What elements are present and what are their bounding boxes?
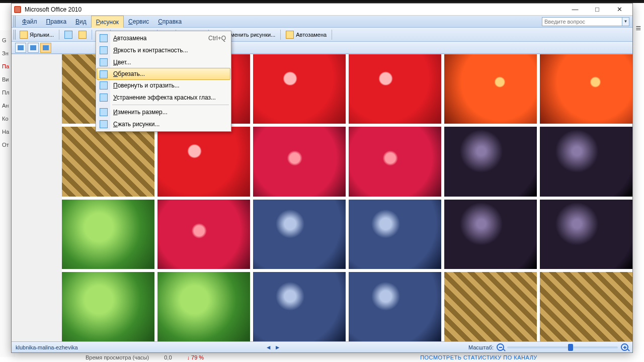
menu-item[interactable]: АвтозаменаCtrl+Q xyxy=(97,32,230,44)
image-tile xyxy=(253,200,346,269)
menu-сервис[interactable]: Сервис xyxy=(124,16,153,27)
menu-справка[interactable]: Справка xyxy=(153,16,186,27)
image-tile xyxy=(62,127,154,196)
toolbar-separator xyxy=(280,30,281,40)
image-tile xyxy=(253,272,346,341)
menu-item-label: Автозамена xyxy=(113,35,146,42)
menu-item[interactable]: Сжать рисунки... xyxy=(97,118,230,130)
image-tile xyxy=(540,272,632,341)
menu-item[interactable]: Повернуть и отразить... xyxy=(97,79,230,92)
mail-icon xyxy=(78,31,87,39)
autoreplace-button[interactable]: Автозамена xyxy=(283,29,329,40)
image-tile xyxy=(540,127,632,196)
menu-item-label: Сжать рисунки... xyxy=(113,121,159,128)
dropdown-separator xyxy=(112,105,229,105)
image-tile xyxy=(444,54,537,124)
bg-stats-link[interactable]: ПОСМОТРЕТЬ СТАТИСТИКУ ПО КАНАЛУ xyxy=(420,354,537,360)
zoom-slider-knob[interactable] xyxy=(568,344,573,351)
menu-item[interactable]: Устранение эффекта красных глаз... xyxy=(97,92,230,104)
minimize-button[interactable]: — xyxy=(564,4,586,15)
image-tile xyxy=(253,127,346,196)
title-bar[interactable]: Microsoft Office 2010 — □ ✕ xyxy=(12,4,632,16)
image-tile xyxy=(444,272,537,341)
menu-item-icon xyxy=(100,46,108,54)
toolbar-grip[interactable] xyxy=(14,30,16,40)
edit-pictures-label: Изменить рисунки... xyxy=(224,32,275,38)
toolbar-separator xyxy=(59,30,59,40)
bg-metric-label: Время просмотра (часы) xyxy=(86,354,149,360)
menu-item-icon xyxy=(100,58,108,66)
view-thumbnails-button[interactable] xyxy=(15,43,26,53)
menu-item-icon xyxy=(100,94,108,102)
menu-item-icon xyxy=(100,120,108,128)
filename-label: klubnika-malina-ezhevika xyxy=(16,344,78,350)
view-single-button[interactable] xyxy=(40,43,51,53)
image-tile xyxy=(157,272,250,341)
shortcuts-label: Ярлыки... xyxy=(30,32,54,38)
image-tile xyxy=(349,272,441,341)
menu-item-icon xyxy=(100,70,108,78)
menu-item[interactable]: Цвет... xyxy=(97,56,230,68)
maximize-button[interactable]: □ xyxy=(586,4,608,15)
question-dropdown-icon[interactable]: ▼ xyxy=(622,17,629,26)
bg-metric-value: 0,0 xyxy=(164,354,172,360)
image-tile xyxy=(62,200,154,269)
zoom-label: Масштаб: xyxy=(468,344,494,350)
zoom-out-button[interactable] xyxy=(497,343,504,351)
view-filmstrip-button[interactable] xyxy=(28,43,39,53)
menu-правка[interactable]: Правка xyxy=(42,16,71,27)
mail-button[interactable] xyxy=(76,29,89,40)
hamburger-icon[interactable]: ≡ xyxy=(635,23,641,34)
close-button[interactable]: ✕ xyxy=(608,4,630,15)
zoom-slider[interactable] xyxy=(507,346,618,348)
menu-item-label: Цвет... xyxy=(113,59,131,66)
menu-item[interactable]: Обрезать... xyxy=(97,68,230,80)
question-input[interactable] xyxy=(542,17,622,26)
menu-bar: ФайлПравкаВидРисунокСервисСправка ▼ xyxy=(12,16,632,28)
status-bar: klubnika-malina-ezhevika ◄ ► Масштаб: xyxy=(12,341,632,352)
menu-файл[interactable]: Файл xyxy=(18,16,42,27)
zoom-in-button[interactable] xyxy=(621,343,628,351)
save-button[interactable] xyxy=(62,29,75,40)
prev-image-button[interactable]: ◄ xyxy=(266,344,272,351)
window-title: Microsoft Office 2010 xyxy=(25,6,82,13)
autoreplace-icon xyxy=(286,31,294,39)
menu-item-icon xyxy=(100,108,108,116)
image-tile xyxy=(540,200,632,269)
picture-menu-dropdown: АвтозаменаCtrl+QЯркость и контрастность.… xyxy=(96,31,231,132)
image-tile xyxy=(349,200,441,269)
toolbar-separator xyxy=(332,30,332,40)
help-question-box: ▼ xyxy=(542,16,630,27)
menu-item[interactable]: Изменить размер... xyxy=(97,106,230,118)
menu-рисунок[interactable]: Рисунок xyxy=(91,16,124,28)
save-icon xyxy=(64,31,72,39)
menu-item-label: Повернуть и отразить... xyxy=(113,82,180,89)
app-icon xyxy=(14,6,22,14)
image-tile xyxy=(157,127,250,196)
background-bottom-bar: Время просмотра (часы) 0,0 ↓ 79 % ПОСМОТ… xyxy=(86,353,537,362)
menu-item-label: Яркость и контрастность... xyxy=(113,47,188,54)
image-tile xyxy=(444,127,537,196)
image-tile xyxy=(62,272,154,341)
zoom-controls: Масштаб: xyxy=(468,343,628,351)
next-image-button[interactable]: ► xyxy=(275,344,281,351)
shortcuts-icon xyxy=(20,31,28,39)
image-tile xyxy=(540,54,632,124)
image-tile xyxy=(349,127,441,196)
bg-metric-delta: ↓ 79 % xyxy=(187,354,204,360)
menu-item-label: Изменить размер... xyxy=(113,109,168,116)
menu-item-icon xyxy=(100,81,108,89)
image-tile xyxy=(349,54,441,124)
autoreplace-label: Автозамена xyxy=(296,32,327,38)
menu-item[interactable]: Яркость и контрастность... xyxy=(97,44,230,56)
shortcuts-button[interactable]: Ярлыки... xyxy=(17,29,56,40)
toolbar-separator xyxy=(92,30,92,40)
menu-item-shortcut: Ctrl+Q xyxy=(208,35,226,42)
image-tile xyxy=(157,200,250,269)
menu-вид[interactable]: Вид xyxy=(71,16,91,27)
menu-item-label: Обрезать... xyxy=(113,70,145,77)
app-window: Microsoft Office 2010 — □ ✕ ФайлПравкаВи… xyxy=(11,3,633,353)
image-tile xyxy=(444,200,537,269)
menu-item-icon xyxy=(100,34,108,42)
toolbar-grip[interactable] xyxy=(14,16,17,27)
